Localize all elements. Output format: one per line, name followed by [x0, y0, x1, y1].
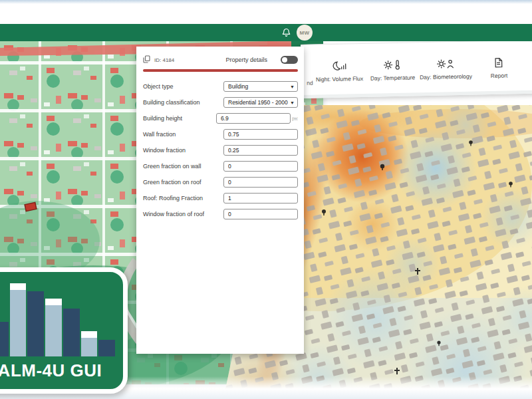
field-label: Building classification [143, 99, 223, 106]
field-label: Object type [143, 83, 223, 90]
field-row-window-fraction-roof: Window fraction of roof [143, 206, 298, 222]
field-row-building-classification: Building classification Residential 1950… [143, 94, 298, 110]
roofing-fraction-input[interactable] [223, 193, 298, 203]
moon-chart-icon [331, 60, 347, 72]
field-row-green-fraction-wall: Green fraction on wall [143, 158, 298, 174]
sun-person-icon [437, 57, 454, 70]
avatar[interactable]: MW [297, 25, 313, 41]
window-fraction-input[interactable] [223, 145, 298, 156]
logo-bar [45, 299, 62, 356]
logo-bar [63, 309, 80, 356]
toolbar-item-label: Night: Volume Flux [316, 75, 364, 82]
property-panel-header: ID: 4184 Property details [143, 55, 298, 65]
logo-bar [0, 322, 9, 356]
panel-title: Property details [225, 57, 267, 63]
object-type-select[interactable]: Building ▼ [223, 81, 298, 92]
building-height-input[interactable] [216, 113, 291, 124]
property-details-toggle[interactable] [281, 56, 298, 64]
select-value: Building [228, 83, 248, 90]
property-details-panel: ID: 4184 Property details Object type Bu… [136, 47, 304, 354]
logo-bar-chart [0, 272, 123, 356]
field-row-roofing-fraction: Roof: Roofing Fraction [143, 190, 298, 206]
logo-bar [27, 291, 44, 356]
window-top-edge [0, 0, 532, 4]
field-label: Wall fraction [143, 131, 223, 138]
toolbar-item-label: Day: Temperature [370, 74, 416, 81]
analysis-toolbar: nd Night: Volume Flux Day: Temperature [301, 39, 532, 98]
sun-thermometer-icon [384, 59, 401, 71]
logo-text: PALM-4U GUI [0, 356, 123, 389]
field-label: Green fraction on roof [143, 179, 223, 186]
toolbar-item-label: Day: Biometeorology [420, 73, 472, 81]
chevron-down-icon: ▼ [290, 100, 295, 105]
field-label: Roof: Roofing Fraction [143, 195, 223, 201]
field-label: Green fraction on wall [143, 163, 223, 170]
red-divider [143, 69, 298, 72]
logo-bar [10, 283, 27, 356]
toolbar-item-clipped[interactable]: nd [307, 80, 313, 86]
toolbar-item-night-volume-flux[interactable]: Night: Volume Flux [313, 59, 366, 83]
toolbar-item-day-temperature[interactable]: Day: Temperature [366, 58, 420, 82]
window-fraction-roof-input[interactable] [223, 209, 298, 219]
field-label: Window fraction [143, 147, 223, 154]
field-row-building-height: Building height (m) [143, 110, 298, 126]
toolbar-item-report[interactable]: Report [472, 56, 526, 80]
chevron-down-icon: ▼ [290, 84, 295, 89]
toolbar-item-label: Report [491, 72, 508, 79]
unit-label: (m) [292, 116, 298, 121]
toolbar-item-day-biometeorology[interactable]: Day: Biometeorology [419, 57, 473, 81]
app-header-bar: MW [0, 24, 532, 41]
wall-fraction-input[interactable] [223, 129, 298, 140]
palm4u-logo: PALM-4U GUI [0, 267, 128, 394]
green-fraction-wall-input[interactable] [223, 161, 298, 172]
logo-bar [98, 340, 115, 356]
copy-icon[interactable] [143, 54, 150, 66]
field-label: Building height [143, 115, 216, 122]
report-icon [493, 57, 504, 68]
field-row-wall-fraction: Wall fraction [143, 126, 298, 142]
property-fields: Object type Building ▼ Building classifi… [143, 78, 298, 222]
property-id: ID: 4184 [154, 57, 174, 63]
building-classification-select[interactable]: Residential 1950 - 2000 ▼ [223, 97, 298, 108]
field-row-object-type: Object type Building ▼ [143, 78, 298, 94]
field-row-green-fraction-roof: Green fraction on roof [143, 174, 298, 190]
green-fraction-roof-input[interactable] [223, 177, 298, 188]
field-label: Window fraction of roof [143, 211, 223, 217]
select-value: Residential 1950 - 2000 [228, 99, 288, 106]
bell-icon[interactable] [281, 27, 291, 38]
field-row-window-fraction: Window fraction [143, 142, 298, 158]
logo-bar [81, 331, 98, 356]
